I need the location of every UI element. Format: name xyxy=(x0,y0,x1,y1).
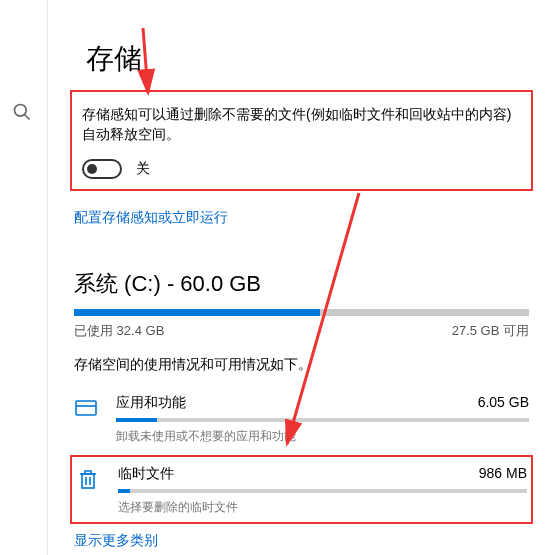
storage-settings-panel: 存储 存储感知可以通过删除不需要的文件(例如临时文件和回收站中的内容)自动释放空… xyxy=(48,0,555,555)
settings-sidebar xyxy=(0,0,48,555)
drive-usage-bar xyxy=(74,309,529,316)
apps-icon xyxy=(74,396,98,420)
storage-sense-toggle-label: 关 xyxy=(136,160,150,178)
drive-used-label: 已使用 32.4 GB xyxy=(74,322,164,340)
trash-icon xyxy=(76,467,100,491)
category-name: 应用和功能 xyxy=(116,394,186,412)
drive-free-label: 27.5 GB 可用 xyxy=(452,322,529,340)
show-more-categories-link[interactable]: 显示更多类别 xyxy=(74,532,158,550)
storage-sense-section: 存储感知可以通过删除不需要的文件(例如临时文件和回收站中的内容)自动释放空间。 … xyxy=(70,90,533,191)
category-size: 6.05 GB xyxy=(478,394,529,410)
svg-line-1 xyxy=(25,115,30,120)
category-hint: 卸载未使用或不想要的应用和功能 xyxy=(116,428,529,445)
search-icon[interactable] xyxy=(12,102,32,122)
drive-usage-fill xyxy=(74,309,320,316)
category-temp-files[interactable]: 临时文件 986 MB 选择要删除的临时文件 xyxy=(72,459,531,520)
category-apps[interactable]: 应用和功能 6.05 GB 卸载未使用或不想要的应用和功能 xyxy=(70,388,533,449)
category-hint: 选择要删除的临时文件 xyxy=(118,499,527,516)
configure-storage-sense-link[interactable]: 配置存储感知或立即运行 xyxy=(74,209,228,227)
page-title: 存储 xyxy=(86,40,533,78)
category-name: 临时文件 xyxy=(118,465,174,483)
drive-header: 系统 (C:) - 60.0 GB xyxy=(74,269,533,299)
storage-sense-description: 存储感知可以通过删除不需要的文件(例如临时文件和回收站中的内容)自动释放空间。 xyxy=(82,104,521,145)
category-size: 986 MB xyxy=(479,465,527,481)
drive-subtitle: 存储空间的使用情况和可用情况如下。 xyxy=(74,356,529,374)
storage-sense-toggle[interactable] xyxy=(82,159,122,179)
svg-rect-2 xyxy=(76,401,96,415)
svg-point-0 xyxy=(15,105,27,117)
svg-rect-4 xyxy=(82,474,94,488)
